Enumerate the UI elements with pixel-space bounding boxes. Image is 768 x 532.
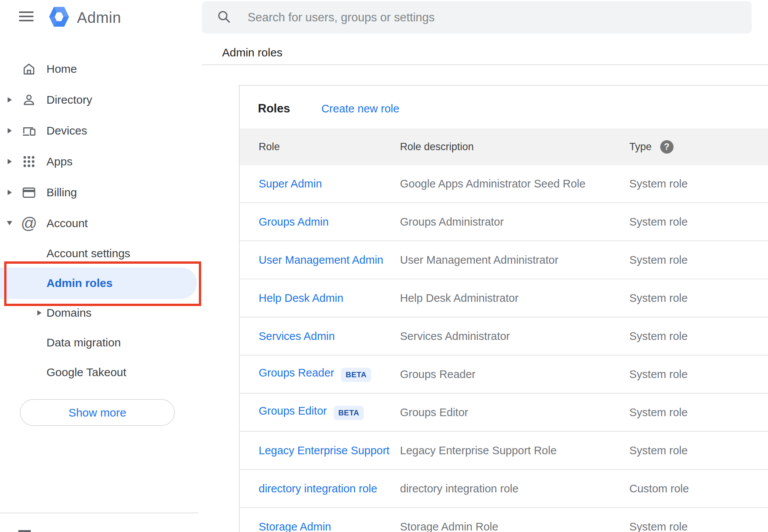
role-description: Groups Reader xyxy=(400,368,629,381)
collapse-arrow-icon[interactable] xyxy=(7,221,12,225)
table-row: Legacy Enterprise Support Legacy Enterpr… xyxy=(240,432,768,470)
sidebar-item-directory[interactable]: Directory xyxy=(0,84,202,115)
sidebar-item-admin-roles[interactable]: Admin roles xyxy=(0,268,202,298)
role-type: System role xyxy=(629,330,768,343)
roles-table-header: Role Role description Type ? xyxy=(240,128,768,165)
table-row: Groups ReaderBETA Groups Reader System r… xyxy=(240,356,768,394)
role-link[interactable]: Groups Editor xyxy=(259,405,327,417)
table-row: Storage Admin Storage Admin Role System … xyxy=(240,508,768,532)
role-description: Groups Administrator xyxy=(400,216,629,228)
sidebar-item-label: Directory xyxy=(46,93,92,106)
home-icon xyxy=(21,61,37,77)
role-link[interactable]: Groups Reader xyxy=(259,367,334,379)
expand-arrow-icon[interactable] xyxy=(8,190,12,195)
role-description: Services Administrator xyxy=(400,330,629,343)
role-link[interactable]: Groups Admin xyxy=(259,216,329,228)
hamburger-menu-icon[interactable] xyxy=(19,11,34,22)
role-description: User Management Administrator xyxy=(400,254,629,266)
table-row: Super Admin Google Apps Administrator Se… xyxy=(240,165,768,203)
role-type: System role xyxy=(629,292,768,304)
show-more-button[interactable]: Show more xyxy=(20,399,175,426)
sidebar: Admin Home Directory xyxy=(0,0,202,532)
table-row: Groups EditorBETA Groups Editor System r… xyxy=(240,394,768,432)
sidebar-item-domains[interactable]: Domains xyxy=(0,298,202,328)
role-link[interactable]: Super Admin xyxy=(259,178,322,190)
roles-card: Roles Create new role Role Role descript… xyxy=(239,85,768,532)
roles-title: Roles xyxy=(258,102,290,115)
sidebar-item-data-migration[interactable]: Data migration xyxy=(0,328,202,357)
table-row: User Management Admin User Management Ad… xyxy=(240,241,768,279)
sidebar-item-label: Apps xyxy=(46,155,72,168)
role-type: System role xyxy=(629,444,768,457)
app-title: Admin xyxy=(77,9,121,26)
help-icon[interactable]: ? xyxy=(660,140,674,154)
sidebar-item-label: Home xyxy=(46,62,77,75)
beta-badge: BETA xyxy=(341,368,371,382)
column-header-type: Type xyxy=(629,141,652,153)
role-description: Help Desk Administrator xyxy=(400,292,629,304)
expand-arrow-icon[interactable] xyxy=(8,128,12,133)
breadcrumb-divider xyxy=(202,64,768,65)
role-description: directory integration role xyxy=(400,482,629,495)
roles-table-body: Super Admin Google Apps Administrator Se… xyxy=(240,165,768,532)
sidebar-item-home[interactable]: Home xyxy=(0,53,202,84)
role-link[interactable]: Legacy Enterprise Support xyxy=(259,444,389,457)
expand-arrow-icon[interactable] xyxy=(37,310,42,316)
admin-logo[interactable]: Admin xyxy=(49,6,121,29)
breadcrumb: Admin roles xyxy=(222,45,282,60)
role-type: System role xyxy=(629,254,768,266)
role-link[interactable]: Help Desk Admin xyxy=(259,292,343,304)
sidebar-nav: Home Directory Devices xyxy=(0,53,202,239)
role-type: System role xyxy=(629,178,768,190)
role-description: Legacy Enterprise Support Role xyxy=(400,444,629,457)
at-sign-icon: @ xyxy=(21,216,37,231)
role-link[interactable]: directory integration role xyxy=(259,482,377,495)
create-new-role-link[interactable]: Create new role xyxy=(321,103,399,115)
devices-icon xyxy=(21,123,37,138)
role-description: Google Apps Administrator Seed Role xyxy=(400,178,629,190)
sidebar-item-google-takeout[interactable]: Google Takeout xyxy=(0,357,202,387)
role-type: System role xyxy=(629,216,768,228)
search-bar xyxy=(202,1,752,34)
expand-arrow-icon[interactable] xyxy=(8,159,12,164)
sidebar-item-account-settings[interactable]: Account settings xyxy=(0,239,202,268)
sidebar-item-apps[interactable]: Apps xyxy=(0,146,202,177)
role-link[interactable]: User Management Admin xyxy=(259,254,383,266)
sidebar-item-devices[interactable]: Devices xyxy=(0,115,202,146)
apps-grid-icon xyxy=(21,154,37,169)
account-subnav: Account settings Admin roles Domains Dat… xyxy=(0,239,202,387)
role-description: Groups Editor xyxy=(400,406,629,419)
column-header-role: Role xyxy=(240,141,400,153)
admin-hexagon-icon xyxy=(49,6,69,29)
app-header: Admin xyxy=(0,0,202,34)
table-row: Help Desk Admin Help Desk Administrator … xyxy=(240,279,768,317)
expand-arrow-icon[interactable] xyxy=(8,97,12,103)
roles-card-header: Roles Create new role xyxy=(240,86,768,128)
beta-badge: BETA xyxy=(334,406,364,420)
search-icon xyxy=(216,9,232,26)
person-icon xyxy=(21,92,37,107)
column-header-description: Role description xyxy=(400,141,629,153)
table-row: directory integration role directory int… xyxy=(240,470,768,508)
role-type: Custom role xyxy=(629,482,768,495)
role-description: Storage Admin Role xyxy=(400,521,629,532)
billing-card-icon xyxy=(21,185,37,200)
role-type: System role xyxy=(629,406,768,419)
sidebar-item-account[interactable]: @ Account xyxy=(0,208,202,239)
role-link[interactable]: Storage Admin xyxy=(259,521,331,532)
search-input[interactable] xyxy=(247,10,706,25)
role-link[interactable]: Services Admin xyxy=(259,330,335,342)
sidebar-item-billing[interactable]: Billing xyxy=(0,177,202,208)
partial-bottom-icon xyxy=(18,530,31,532)
sidebar-divider xyxy=(0,513,198,513)
role-type: System role xyxy=(629,521,768,532)
sidebar-item-label: Account xyxy=(46,217,88,230)
sidebar-item-label: Billing xyxy=(46,186,77,199)
role-type: System role xyxy=(629,368,768,381)
table-row: Groups Admin Groups Administrator System… xyxy=(240,203,768,241)
sidebar-item-label: Devices xyxy=(46,124,87,137)
table-row: Services Admin Services Administrator Sy… xyxy=(240,317,768,356)
